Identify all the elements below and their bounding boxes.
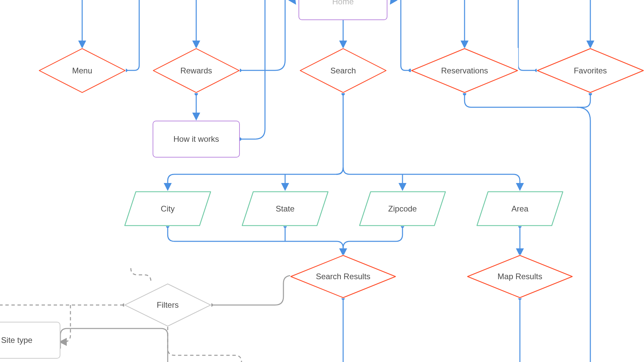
node-filters-label: Filters xyxy=(157,300,178,310)
svg-marker-21 xyxy=(537,49,643,93)
svg-marker-22 xyxy=(125,192,211,226)
svg-marker-23 xyxy=(242,192,328,226)
node-city-label: City xyxy=(161,204,174,214)
node-how-it-works[interactable]: How it works xyxy=(153,121,240,158)
node-reservations-label: Reservations xyxy=(441,66,488,75)
svg-marker-25 xyxy=(477,192,563,226)
node-search-results-label: Search Results xyxy=(316,272,371,281)
svg-marker-27 xyxy=(468,255,572,298)
svg-marker-17 xyxy=(39,49,125,93)
node-menu[interactable]: Menu xyxy=(39,48,126,93)
node-map-results-label: Map Results xyxy=(497,272,542,281)
node-how-it-works-label: How it works xyxy=(173,134,219,144)
node-search[interactable]: Search xyxy=(300,48,387,93)
svg-marker-26 xyxy=(291,255,395,298)
svg-marker-18 xyxy=(153,49,239,93)
node-menu-label: Menu xyxy=(72,66,92,75)
node-zipcode-label: Zipcode xyxy=(388,204,417,214)
node-state[interactable]: State xyxy=(241,191,329,226)
node-city[interactable]: City xyxy=(124,191,211,226)
node-map-results[interactable]: Map Results xyxy=(467,255,573,298)
node-home[interactable]: Home xyxy=(299,0,387,20)
node-reservations[interactable]: Reservations xyxy=(411,48,518,93)
node-filters[interactable]: Filters xyxy=(124,283,211,327)
svg-marker-24 xyxy=(360,192,445,226)
svg-marker-20 xyxy=(412,49,518,93)
node-area-label: Area xyxy=(512,204,529,214)
svg-marker-28 xyxy=(125,284,211,326)
node-rewards-label: Rewards xyxy=(180,66,212,75)
node-favorites[interactable]: Favorites xyxy=(537,48,644,93)
node-state-label: State xyxy=(276,204,294,214)
node-rewards[interactable]: Rewards xyxy=(153,48,240,93)
node-favorites-label: Favorites xyxy=(574,66,607,75)
node-site-type[interactable]: Site type xyxy=(0,322,60,359)
node-search-label: Search xyxy=(330,66,356,75)
node-search-results[interactable]: Search Results xyxy=(290,255,396,298)
node-home-label: Home xyxy=(332,0,354,6)
node-site-type-label: Site type xyxy=(1,336,32,345)
node-area[interactable]: Area xyxy=(476,191,564,226)
svg-marker-19 xyxy=(300,49,386,93)
node-zipcode[interactable]: Zipcode xyxy=(359,191,446,226)
